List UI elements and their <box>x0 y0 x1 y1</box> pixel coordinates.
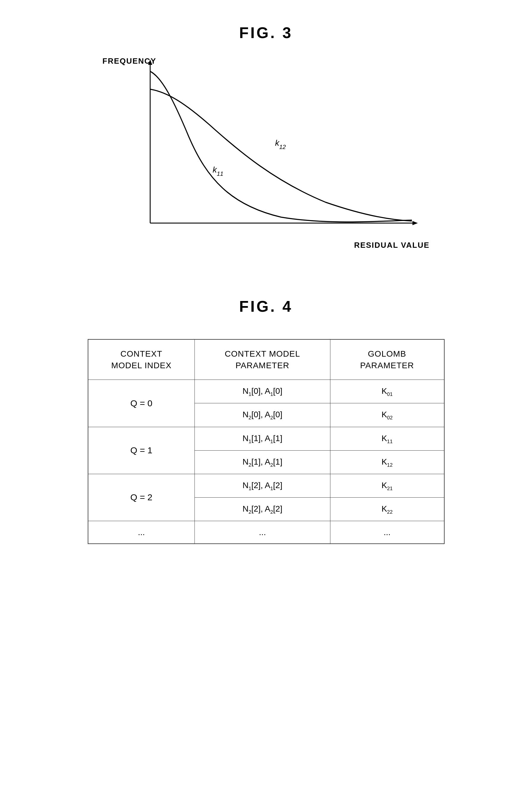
golomb-k22: K22 <box>330 497 444 521</box>
golomb-k02: K02 <box>330 403 444 427</box>
fig3-container: FREQUENCY RESIDUAL VALUE k11 <box>43 54 489 262</box>
header-col2: CONTEXT MODELPARAMETER <box>195 339 330 380</box>
fig4-title: FIG. 4 <box>239 298 292 315</box>
chart-area: FREQUENCY RESIDUAL VALUE k11 <box>102 54 430 262</box>
param-q2-1: N1[2], A1[2] <box>195 474 330 497</box>
ellipsis-col2: ... <box>195 521 330 544</box>
index-q1: Q = 1 <box>88 427 195 474</box>
svg-text:k12: k12 <box>275 138 286 150</box>
param-q1-2: N2[1], A2[1] <box>195 450 330 474</box>
param-q0-1: N1[0], A1[0] <box>195 380 330 403</box>
table-row: Q = 0 N1[0], A1[0] K01 <box>88 380 444 403</box>
param-q1-1: N1[1], A1[1] <box>195 427 330 450</box>
index-q2: Q = 2 <box>88 474 195 521</box>
table-row: Q = 1 N1[1], A1[1] K11 <box>88 427 444 450</box>
svg-text:k11: k11 <box>213 165 223 177</box>
svg-marker-1 <box>148 59 152 65</box>
chart-svg: k11 k12 <box>102 54 430 262</box>
ellipsis-col3: ... <box>330 521 444 544</box>
svg-marker-3 <box>413 221 418 225</box>
golomb-k11: K11 <box>330 427 444 450</box>
table-header-row: CONTEXTMODEL INDEX CONTEXT MODELPARAMETE… <box>88 339 444 380</box>
golomb-k12: K12 <box>330 450 444 474</box>
fig4-container: FIG. 4 CONTEXTMODEL INDEX CONTEXT MODELP… <box>43 291 489 544</box>
table-wrapper: CONTEXTMODEL INDEX CONTEXT MODELPARAMETE… <box>88 339 444 544</box>
index-q0: Q = 0 <box>88 380 195 427</box>
golomb-k21: K21 <box>330 474 444 497</box>
ellipsis-col1: ... <box>88 521 195 544</box>
param-q2-2: N2[2], A2[2] <box>195 497 330 521</box>
table-row-ellipsis: ... ... ... <box>88 521 444 544</box>
fig4-table: CONTEXTMODEL INDEX CONTEXT MODELPARAMETE… <box>88 339 444 544</box>
golomb-k01: K01 <box>330 380 444 403</box>
header-col3: GOLOMBPARAMETER <box>330 339 444 380</box>
fig3-title: FIG. 3 <box>239 24 292 42</box>
header-col1: CONTEXTMODEL INDEX <box>88 339 195 380</box>
page-content: FIG. 3 FREQUENCY RESIDUAL VALUE <box>43 18 489 544</box>
table-row: Q = 2 N1[2], A1[2] K21 <box>88 474 444 497</box>
param-q0-2: N2[0], A2[0] <box>195 403 330 427</box>
